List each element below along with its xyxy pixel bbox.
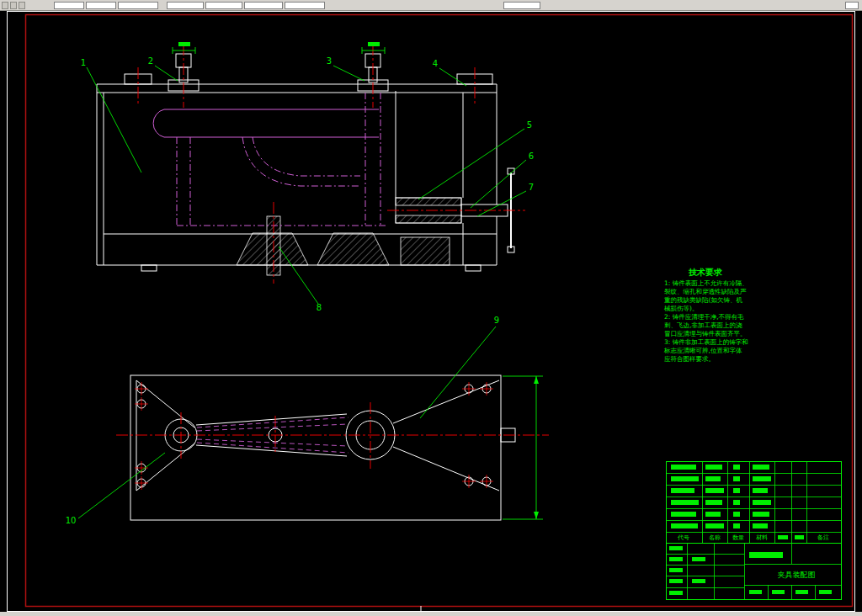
toolbar-button[interactable]: [2, 2, 8, 9]
toolbar-field[interactable]: [285, 2, 325, 9]
toolbar-field[interactable]: [244, 2, 283, 9]
toolbar-button[interactable]: [19, 2, 25, 9]
tech-req-line: 刺、飞边,非加工表面上的浇: [664, 321, 742, 329]
tech-req-line: 裂纹、缩孔和穿透性缺陷及严: [664, 288, 747, 295]
toolbar-field[interactable]: [845, 2, 859, 9]
toolbar-field[interactable]: [167, 2, 204, 9]
bom-header-name: 名称: [709, 534, 721, 541]
callout-6: 6: [529, 151, 534, 161]
toolbar-field[interactable]: [118, 2, 158, 9]
drawing-title: 夹具装配图: [778, 571, 816, 579]
tech-req-line: 1: 铸件表面上不允许有冷隔、: [664, 279, 748, 287]
callout-2: 2: [148, 56, 153, 66]
technical-requirements: 技术要求 1: 铸件表面上不允许有冷隔、 裂纹、缩孔和穿透性缺陷及严 重的残缺类…: [663, 268, 748, 363]
tech-req-line: 标志应清晰可辨,位置和字体: [663, 347, 742, 354]
toolbar-field[interactable]: [205, 2, 242, 9]
callout-10: 10: [66, 516, 77, 525]
toolbar-field[interactable]: [503, 2, 540, 9]
callout-8: 8: [317, 303, 322, 312]
tech-req-line: 2: 铸件应清理干净,不得有毛: [664, 313, 744, 321]
tech-req-line: 3: 铸件非加工表面上的铸字和: [664, 338, 748, 346]
toolbar-button[interactable]: [10, 2, 17, 9]
tech-req-line: 重的残缺类缺陷(如欠铸、机: [664, 296, 742, 304]
bom-header-remarks: 备注: [817, 534, 829, 541]
tech-req-line: 应符合图样要求。: [664, 355, 715, 363]
callout-9: 9: [494, 316, 499, 325]
top-toolbar: [0, 0, 862, 11]
bom-header-code: 代号: [677, 534, 689, 541]
callout-1: 1: [81, 58, 86, 67]
tech-req-line: 械损伤等)。: [664, 305, 698, 312]
callout-7: 7: [529, 183, 534, 192]
tech-req-line: 冒口应清理与铸件表面齐平。: [664, 330, 747, 337]
bom-header-qty: 数量: [732, 534, 744, 541]
toolbar-field[interactable]: [86, 2, 116, 9]
cad-window: 1 2 3 4 5 6 7 8 9 10 技术要求 1: 铸件表面上不允许有冷隔…: [0, 0, 862, 616]
callout-3: 3: [327, 56, 332, 66]
bom-header-material: 材料: [756, 534, 768, 541]
callout-5: 5: [527, 120, 532, 130]
drawing-canvas[interactable]: 1 2 3 4 5 6 7 8 9 10 技术要求 1: 铸件表面上不允许有冷隔…: [0, 0, 862, 616]
callout-4: 4: [433, 59, 438, 68]
tech-req-title: 技术要求: [688, 268, 722, 277]
toolbar-field[interactable]: [54, 2, 84, 9]
bottom-strip: [0, 612, 862, 616]
